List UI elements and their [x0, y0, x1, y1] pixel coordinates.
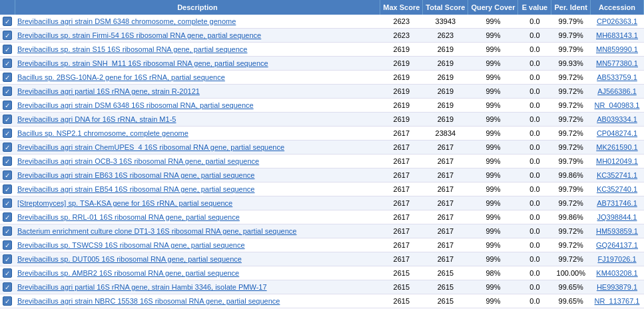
header-max-score[interactable]: Max Score [380, 0, 423, 15]
description-link[interactable]: Bacterium enrichment culture clone DT1-3… [17, 227, 296, 235]
header-per-ident[interactable]: Per. Ident [551, 0, 591, 15]
checkbox-icon[interactable]: ✓ [3, 240, 12, 250]
accession-link[interactable]: KM403208.1 [596, 269, 637, 277]
description-link[interactable]: Brevibacillus agri strain NBRC 15538 16S… [17, 297, 280, 305]
row-checkbox-cell[interactable]: ✓ [0, 224, 15, 238]
description-link[interactable]: Brevibacillus agri DNA for 16S rRNA, str… [17, 115, 176, 123]
row-checkbox-cell[interactable]: ✓ [0, 252, 15, 266]
row-query-cover: 99% [468, 141, 518, 155]
checkbox-icon[interactable]: ✓ [3, 101, 12, 110]
accession-link[interactable]: HE993879.1 [597, 283, 637, 291]
row-per-ident: 99.79% [551, 15, 591, 29]
row-accession: CP048274.1 [591, 127, 644, 141]
row-checkbox-cell[interactable]: ✓ [0, 57, 15, 71]
description-link[interactable]: Brevibacillus agri partial 16S rRNA gene… [17, 87, 200, 95]
checkbox-icon[interactable]: ✓ [3, 143, 12, 152]
row-checkbox-cell[interactable]: ✓ [0, 168, 15, 182]
row-checkbox-cell[interactable]: ✓ [0, 85, 15, 99]
checkbox-icon[interactable]: ✓ [3, 157, 12, 166]
accession-link[interactable]: MH012049.1 [596, 157, 638, 165]
description-link[interactable]: Brevibacillus sp. DUT005 16S ribosomal R… [17, 255, 242, 263]
description-link[interactable]: [Streptomyces] sp. TSA-KSA gene for 16S … [17, 199, 232, 207]
accession-link[interactable]: CP048274.1 [597, 129, 637, 137]
accession-link[interactable]: MN859990.1 [596, 45, 638, 53]
description-link[interactable]: Brevibacillus agri partial 16S rRNA gene… [17, 283, 267, 291]
header-description[interactable]: Description [15, 0, 380, 15]
row-per-ident: 99.72% [551, 99, 591, 113]
accession-link[interactable]: KC352741.1 [597, 171, 637, 179]
row-query-cover: 99% [468, 224, 518, 238]
checkbox-icon[interactable]: ✓ [3, 17, 12, 26]
checkbox-icon[interactable]: ✓ [3, 73, 12, 82]
checkbox-icon[interactable]: ✓ [3, 115, 12, 124]
description-link[interactable]: Brevibacillus sp. AMBR2 16S ribosomal RN… [17, 269, 239, 277]
accession-link[interactable]: KC352740.1 [597, 185, 637, 193]
accession-link[interactable]: AB533759.1 [597, 73, 637, 81]
accession-link[interactable]: HM593859.1 [596, 227, 638, 235]
accession-link[interactable]: AB039334.1 [597, 115, 637, 123]
checkbox-icon[interactable]: ✓ [3, 129, 12, 138]
description-link[interactable]: Brevibacillus sp. strain SNH_M11 16S rib… [17, 59, 268, 67]
header-total-score[interactable]: Total Score [423, 0, 468, 15]
checkbox-icon[interactable]: ✓ [3, 226, 12, 236]
description-link[interactable]: Brevibacillus sp. strain S15 16S ribosom… [17, 45, 247, 53]
accession-link[interactable]: GQ264137.1 [596, 241, 638, 249]
row-checkbox-cell[interactable]: ✓ [0, 155, 15, 168]
checkbox-icon[interactable]: ✓ [3, 254, 12, 264]
checkbox-icon[interactable]: ✓ [3, 296, 12, 306]
row-total-score: 33943 [423, 15, 468, 29]
checkbox-icon[interactable]: ✓ [3, 170, 12, 180]
row-checkbox-cell[interactable]: ✓ [0, 266, 15, 280]
accession-link[interactable]: MH683143.1 [596, 31, 638, 39]
accession-link[interactable]: AJ566386.1 [597, 87, 637, 95]
row-checkbox-cell[interactable]: ✓ [0, 141, 15, 155]
checkbox-icon[interactable]: ✓ [3, 184, 12, 194]
row-checkbox-cell[interactable]: ✓ [0, 113, 15, 127]
accession-link[interactable]: NR_113767.1 [595, 297, 640, 305]
row-checkbox-cell[interactable]: ✓ [0, 238, 15, 252]
row-total-score: 2617 [423, 155, 468, 168]
description-link[interactable]: Brevibacillus sp. TSWCS9 16S ribosomal R… [17, 241, 245, 249]
row-max-score: 2619 [380, 43, 423, 57]
row-checkbox-cell[interactable]: ✓ [0, 196, 15, 210]
accession-link[interactable]: MK261590.1 [596, 143, 637, 151]
checkbox-icon[interactable]: ✓ [3, 268, 12, 278]
row-checkbox-cell[interactable]: ✓ [0, 71, 15, 85]
description-link[interactable]: Brevibacillus agri strain DSM 6348 chrom… [17, 17, 236, 25]
description-link[interactable]: Brevibacillus agri strain EB54 16S ribos… [17, 185, 254, 193]
row-checkbox-cell[interactable]: ✓ [0, 210, 15, 224]
description-link[interactable]: Bacillus sp. NSP2.1 chromosome, complete… [17, 129, 188, 137]
checkbox-icon[interactable]: ✓ [3, 45, 12, 54]
header-accession[interactable]: Accession [591, 0, 644, 15]
checkbox-icon[interactable]: ✓ [3, 31, 12, 40]
accession-link[interactable]: NR_040983.1 [595, 101, 640, 109]
row-checkbox-cell[interactable]: ✓ [0, 280, 15, 294]
header-query-cover[interactable]: Query Cover [468, 0, 518, 15]
row-checkbox-cell[interactable]: ✓ [0, 294, 15, 308]
row-checkbox-cell[interactable]: ✓ [0, 29, 15, 43]
row-checkbox-cell[interactable]: ✓ [0, 43, 15, 57]
accession-link[interactable]: MN577380.1 [596, 59, 638, 67]
description-link[interactable]: Brevibacillus agri strain EB63 16S ribos… [17, 171, 254, 179]
header-e-value[interactable]: E value [518, 0, 551, 15]
accession-link[interactable]: AB731746.1 [597, 199, 637, 207]
checkbox-icon[interactable]: ✓ [3, 87, 12, 96]
description-link[interactable]: Brevibacillus sp. RRL-01 16S ribosomal R… [17, 213, 240, 221]
row-checkbox-cell[interactable]: ✓ [0, 127, 15, 141]
description-link[interactable]: Brevibacillus agri strain DSM 6348 16S r… [17, 101, 254, 109]
checkbox-icon[interactable]: ✓ [3, 282, 12, 292]
accession-link[interactable]: FJ197026.1 [597, 255, 636, 263]
checkbox-icon[interactable]: ✓ [3, 198, 12, 208]
row-total-score: 2615 [423, 266, 468, 280]
row-checkbox-cell[interactable]: ✓ [0, 182, 15, 196]
checkbox-icon[interactable]: ✓ [3, 59, 12, 68]
description-link[interactable]: Bacillus sp. 2BSG-10NA-2 gene for 16S rR… [17, 73, 225, 81]
description-link[interactable]: Brevibacillus sp. strain Firmi-54 16S ri… [17, 31, 261, 39]
description-link[interactable]: Brevibacillus agri strain OCB-3 16S ribo… [17, 157, 259, 165]
row-checkbox-cell[interactable]: ✓ [0, 15, 15, 29]
accession-link[interactable]: JQ398844.1 [597, 213, 637, 221]
row-checkbox-cell[interactable]: ✓ [0, 99, 15, 113]
checkbox-icon[interactable]: ✓ [3, 212, 12, 222]
accession-link[interactable]: CP026363.1 [597, 17, 637, 25]
description-link[interactable]: Brevibacillus agri strain ChemUPES_4 16S… [17, 143, 284, 151]
